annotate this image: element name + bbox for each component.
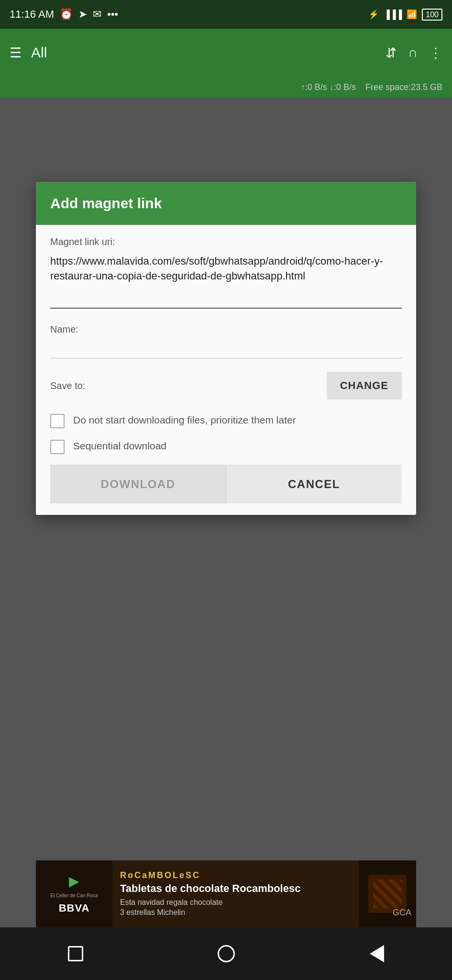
magnet-link-input[interactable] <box>50 251 402 309</box>
status-left: 11:16 AM ⏰ ➤ ✉ ••• <box>10 8 118 21</box>
ad-chocolate-image <box>368 875 407 913</box>
bluetooth-icon: ⚡ <box>368 9 379 20</box>
free-space-text: Free space:23.5 GB <box>365 82 442 92</box>
mail-icon: ✉ <box>93 8 101 21</box>
cancel-button[interactable]: CANCEL <box>226 465 402 503</box>
back-button[interactable] <box>363 939 391 968</box>
ad-small-text: El Celler de Can Roca <box>51 893 98 898</box>
dialog-buttons: DOWNLOAD CANCEL <box>50 465 402 503</box>
add-magnet-link-dialog: Add magnet link Magnet link uri: Name: S… <box>36 182 416 515</box>
checkbox-sequential[interactable] <box>50 440 65 454</box>
app-toolbar: ☰ All ⇵ ∩ ⋮ <box>0 29 452 77</box>
name-label: Name: <box>50 324 402 335</box>
dialog-header: Add magnet link <box>36 182 416 225</box>
wifi-icon: 📶 <box>407 9 417 20</box>
back-icon <box>370 945 384 962</box>
magnet-link-label: Magnet link uri: <box>50 236 402 247</box>
save-to-label: Save to: <box>50 380 85 391</box>
ad-headline: Tabletas de chocolate Rocambolesc <box>120 882 351 895</box>
checkbox-no-start-label: Do not start downloading files, prioriti… <box>73 413 296 427</box>
change-button[interactable]: CHANGE <box>327 372 402 400</box>
dialog-body: Magnet link uri: Name: Save to: CHANGE D… <box>36 225 416 515</box>
signal-icon: ▐▐▐ <box>384 10 402 20</box>
ad-content: RoCaMBOLeSC Tabletas de chocolate Rocamb… <box>112 865 359 924</box>
menu-icon[interactable]: ☰ <box>10 45 22 61</box>
status-time: 11:16 AM <box>10 8 54 21</box>
overflow-menu-icon[interactable]: ⋮ <box>429 45 442 61</box>
ad-subtext1: Esta navidad regala chocolate <box>120 898 351 908</box>
ad-image-area: GCA <box>359 860 416 927</box>
navigation-icon: ➤ <box>78 8 87 21</box>
checkbox-sequential-label: Sequential download <box>73 439 166 453</box>
filter-icon[interactable]: ∩ <box>408 45 418 60</box>
magnet-link-field: Magnet link uri: <box>50 236 402 324</box>
recent-apps-button[interactable] <box>61 939 90 968</box>
name-field-container: Name: <box>50 324 402 372</box>
status-bar: 11:16 AM ⏰ ➤ ✉ ••• ⚡ ▐▐▐ 📶 100 <box>0 0 452 29</box>
battery-level: 100 <box>422 9 442 21</box>
home-icon <box>218 945 235 962</box>
status-right: ⚡ ▐▐▐ 📶 100 <box>368 9 442 20</box>
toolbar-title: All <box>31 45 376 61</box>
recent-apps-icon <box>68 946 83 961</box>
alarm-icon: ⏰ <box>60 8 73 21</box>
dialog-title: Add magnet link <box>50 195 162 211</box>
download-button[interactable]: DOWNLOAD <box>50 465 226 503</box>
more-icon: ••• <box>107 8 118 21</box>
battery-indicator: 100 <box>422 10 442 20</box>
ad-banner[interactable]: ▶ El Celler de Can Roca BBVA RoCaMBOLeSC… <box>36 860 416 927</box>
sort-icon[interactable]: ⇵ <box>386 45 397 61</box>
save-to-row: Save to: CHANGE <box>50 372 402 400</box>
navigation-bar <box>0 927 452 980</box>
ad-gca-label: GCA <box>393 908 411 918</box>
toolbar-icons: ⇵ ∩ ⋮ <box>386 45 442 61</box>
ad-play-icon: ▶ <box>69 873 79 889</box>
speed-text: ↑:0 B/s ↓:0 B/s <box>301 82 356 92</box>
checkbox-row-2: Sequential download <box>50 439 402 454</box>
name-input[interactable] <box>50 339 402 358</box>
checkbox-no-start[interactable] <box>50 414 65 428</box>
speed-and-space-text: ↑:0 B/s ↓:0 B/s Free space:23.5 GB <box>301 82 442 92</box>
ad-logo-area: ▶ El Celler de Can Roca BBVA <box>36 860 112 927</box>
sub-toolbar: ↑:0 B/s ↓:0 B/s Free space:23.5 GB <box>0 77 452 98</box>
ad-subtext2: 3 estrellas Michelin <box>120 908 351 918</box>
ad-bbva-text: BBVA <box>59 902 90 914</box>
checkbox-row-1: Do not start downloading files, prioriti… <box>50 413 402 428</box>
home-button[interactable] <box>212 939 241 968</box>
ad-brand: RoCaMBOLeSC <box>120 870 351 880</box>
